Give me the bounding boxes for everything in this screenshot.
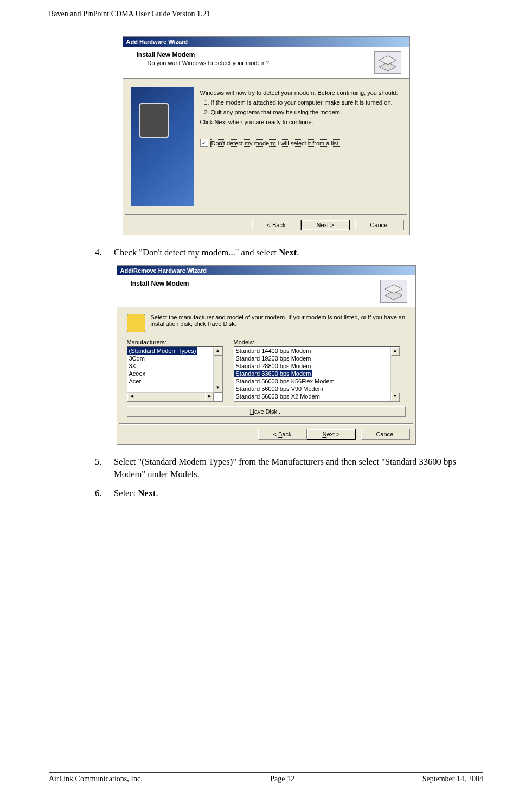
list-item[interactable]: Aceex: [127, 370, 222, 377]
step-5: 5. Select "(Standard Modem Types)" from …: [95, 455, 483, 480]
svg-marker-1: [379, 56, 396, 65]
list-item-2: Quit any programs that may be using the …: [211, 109, 401, 115]
step-4: 4. Check "Don't detect my modem..." and …: [95, 246, 483, 259]
scrollbar[interactable]: ▲ ▼: [390, 347, 400, 401]
wizard-heading: Install New Modem: [129, 51, 374, 59]
manufacturers-label: Manufacturers:: [127, 339, 223, 345]
footer-company: AirLink Communications, Inc.: [49, 775, 143, 783]
modem-icon: [127, 314, 145, 332]
footer-page: Page 12: [270, 775, 294, 783]
dont-detect-checkbox[interactable]: ✓: [200, 139, 208, 147]
scroll-down-icon[interactable]: ▼: [391, 393, 400, 401]
scroll-up-icon[interactable]: ▲: [214, 347, 222, 356]
header-rule: [49, 21, 483, 21]
list-item[interactable]: Standard 56000 bps X2 Modem: [234, 393, 400, 400]
list-item[interactable]: Standard 28800 bps Modem: [234, 362, 400, 370]
cancel-button[interactable]: Cancel: [355, 220, 404, 230]
have-disk-button[interactable]: Have Disk...: [127, 406, 406, 417]
list-item-1: If the modem is attached to your compute…: [211, 99, 401, 106]
list-item[interactable]: (Standard Modem Types): [127, 347, 198, 355]
scroll-left-icon[interactable]: ◀: [127, 393, 136, 401]
list-item[interactable]: Standard 19200 bps Modem: [234, 355, 400, 362]
document-header: Raven and PinPoint CDMA User Guide Versi…: [49, 10, 483, 18]
models-label: Models:: [234, 339, 400, 345]
wizard-body-text-2: Click Next when you are ready to continu…: [200, 119, 401, 125]
wizard-header: Install New Modem Do you want Windows to…: [123, 47, 409, 79]
page-footer: AirLink Communications, Inc. Page 12 Sep…: [49, 772, 483, 783]
scroll-up-icon[interactable]: ▲: [391, 347, 400, 356]
modem-header-icon-2: [380, 280, 407, 303]
wizard-sidebar-image: [131, 87, 194, 206]
back-button[interactable]: < Back: [258, 429, 307, 440]
manufacturers-listbox[interactable]: (Standard Modem Types) 3Com 3X Aceex Ace…: [127, 346, 223, 402]
list-item[interactable]: Acer: [127, 377, 222, 385]
wizard2-titlebar: Add/Remove Hardware Wizard: [117, 266, 415, 275]
list-item[interactable]: Standard 14400 bps Modem: [234, 347, 400, 355]
next-button[interactable]: Next >: [307, 429, 356, 440]
step-6: 6. Select Next.: [95, 487, 483, 499]
wizard-body-text: Windows will now try to detect your mode…: [200, 89, 401, 96]
scroll-right-icon[interactable]: ▶: [205, 393, 214, 401]
scrollbar-horizontal[interactable]: ◀ ▶: [127, 392, 214, 401]
models-listbox[interactable]: Standard 14400 bps Modem Standard 19200 …: [234, 346, 400, 402]
list-item[interactable]: 3Com: [127, 355, 222, 362]
modem-header-icon: [374, 51, 401, 74]
scrollbar[interactable]: ▲ ▼: [213, 347, 222, 393]
wizard2-heading: Install New Modem: [123, 280, 380, 287]
wizard-subheading: Do you want Windows to detect your modem…: [129, 60, 374, 66]
scroll-down-icon[interactable]: ▼: [214, 384, 222, 393]
wizard2-header: Install New Modem: [117, 275, 415, 307]
svg-marker-3: [385, 285, 402, 293]
add-hardware-wizard-dialog: Add Hardware Wizard Install New Modem Do…: [123, 36, 410, 235]
add-remove-hardware-wizard-dialog: Add/Remove Hardware Wizard Install New M…: [117, 265, 416, 445]
list-item[interactable]: Standard 33600 bps Modem: [234, 370, 313, 377]
list-item[interactable]: 3X: [127, 362, 222, 370]
wizard-titlebar: Add Hardware Wizard: [123, 37, 409, 47]
wizard2-description: Select the manufacturer and model of you…: [151, 314, 406, 329]
footer-date: September 14, 2004: [422, 775, 483, 783]
back-button[interactable]: < Back: [252, 220, 301, 230]
cancel-button[interactable]: Cancel: [361, 429, 410, 440]
checkbox-label: Don't detect my modem; I will select it …: [210, 139, 341, 147]
list-item[interactable]: Standard 56000 bps K56Flex Modem: [234, 377, 400, 385]
next-button[interactable]: Next >: [301, 220, 350, 230]
list-item[interactable]: Standard 56000 bps V90 Modem: [234, 385, 400, 393]
